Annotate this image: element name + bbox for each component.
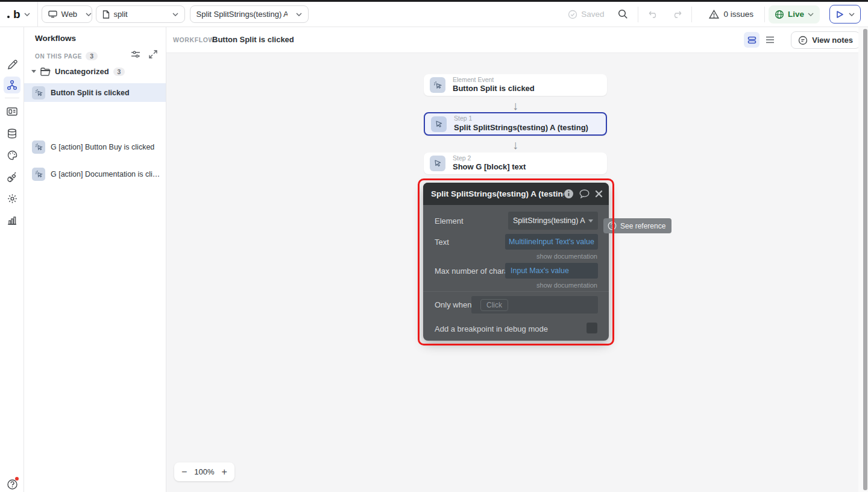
zoom-in-button[interactable]: + <box>222 467 227 477</box>
workflow-tab-button[interactable] <box>4 77 20 93</box>
workflow-label: WORKFLOW: <box>173 36 217 43</box>
show-documentation-link[interactable]: show documentation <box>536 253 597 260</box>
filter-button[interactable] <box>131 50 140 61</box>
chevron-down-icon <box>849 13 855 16</box>
canvas-scrollbar[interactable] <box>863 29 867 490</box>
folder-uncategorized[interactable]: Uncategorized 3 <box>31 67 125 76</box>
workflow-list-item[interactable]: Button Split is clicked <box>24 83 166 102</box>
top-toolbar: b Web split Split SplitStrings(testing) … <box>0 2 868 27</box>
workflow-icon <box>7 80 17 90</box>
divider <box>5 98 19 98</box>
preview-button[interactable] <box>829 5 861 24</box>
plugins-tab-button[interactable] <box>4 168 20 185</box>
redo-button[interactable] <box>667 5 685 24</box>
dialog-title: Split SplitStrings(testing) A (testing) <box>431 189 564 198</box>
workflow-selector[interactable]: Split SplitStrings(testing) A ... <box>190 5 309 23</box>
cards-view-icon <box>747 36 756 44</box>
max-chars-field-label: Max number of chara <box>435 266 509 276</box>
divider <box>423 291 609 292</box>
element-event-icon <box>32 86 45 99</box>
gear-icon <box>7 194 17 204</box>
zoom-out-button[interactable]: − <box>181 467 187 477</box>
plug-icon <box>7 172 17 182</box>
environment-selector[interactable]: Web <box>42 5 92 23</box>
chevron-down-icon <box>588 219 593 222</box>
element-field-label: Element <box>435 216 464 226</box>
page-selector[interactable]: split <box>96 5 185 23</box>
issues-button[interactable]: 0 issues <box>709 10 753 19</box>
folder-name: Uncategorized <box>55 67 109 76</box>
max-chars-expression-input[interactable]: Input Max's value <box>505 263 598 279</box>
settings-tab-button[interactable] <box>4 190 20 207</box>
page-label: split <box>114 10 128 19</box>
close-icon <box>595 190 603 198</box>
saved-status: Saved <box>568 10 604 19</box>
close-button[interactable] <box>595 190 603 198</box>
dialog-titlebar[interactable]: Split SplitStrings(testing) A (testing) <box>423 183 609 205</box>
divider <box>638 7 638 22</box>
action-pointer-icon <box>430 156 445 171</box>
components-icon <box>7 107 17 116</box>
info-button[interactable] <box>564 189 574 199</box>
only-when-placeholder: Click <box>480 299 508 311</box>
issues-count: 0 issues <box>723 10 753 19</box>
logs-tab-button[interactable] <box>4 212 20 229</box>
database-icon <box>7 128 17 139</box>
cards-view-toggle[interactable] <box>744 32 760 48</box>
breakpoint-label: Add a breakpoint in debug mode <box>435 324 548 333</box>
flow-arrow-icon: ↓ <box>511 138 520 152</box>
only-when-input[interactable]: Click <box>471 296 598 314</box>
workflow-list-item[interactable]: G [action] Documentation is click... <box>24 165 166 183</box>
logo-dot <box>7 16 10 18</box>
reusable-components-tab-button[interactable] <box>4 103 20 120</box>
workflows-panel: Workflows ON THIS PAGE 3 Uncategorized 3… <box>24 27 166 492</box>
node-title: Button Split is clicked <box>453 84 535 94</box>
help-button[interactable] <box>4 476 20 492</box>
workflow-list-item[interactable]: G [action] Button Buy is clicked <box>24 137 166 156</box>
folder-icon <box>40 68 51 76</box>
live-version-button[interactable]: Live <box>769 5 820 24</box>
chevron-down-icon <box>296 13 302 16</box>
styles-tab-button[interactable] <box>4 147 20 163</box>
max-chars-expression-value[interactable]: Input Max's value <box>511 266 569 275</box>
design-tab-button[interactable] <box>4 56 20 73</box>
action-pointer-icon <box>431 116 447 132</box>
list-view-toggle[interactable] <box>762 32 778 48</box>
note-comment-icon <box>798 36 808 45</box>
search-button[interactable] <box>614 5 632 24</box>
element-dropdown-value: SplitStrings(testing) A <box>513 216 585 225</box>
divider <box>691 7 692 22</box>
comment-button[interactable] <box>579 189 590 198</box>
redo-icon <box>671 10 682 19</box>
data-tab-button[interactable] <box>4 125 20 142</box>
undo-icon <box>649 10 659 19</box>
workflow-title: Button Split is clicked <box>212 35 294 44</box>
scope-count-badge: 3 <box>86 52 98 60</box>
comment-bubble-icon <box>579 189 590 198</box>
live-label: Live <box>788 10 804 19</box>
show-documentation-link[interactable]: show documentation <box>536 282 597 289</box>
view-notes-button[interactable]: View notes <box>791 31 860 49</box>
scope-row: ON THIS PAGE 3 <box>35 52 98 60</box>
play-icon <box>835 10 844 19</box>
app-logo-menu[interactable]: b <box>0 8 37 21</box>
chevron-down-icon <box>808 13 814 16</box>
text-expression-input[interactable]: MultilineInput Text's value <box>505 234 598 250</box>
expand-button[interactable] <box>149 50 157 61</box>
text-field-label: Text <box>435 238 449 247</box>
undo-button[interactable] <box>644 5 662 24</box>
flow-arrow-icon: ↓ <box>511 99 520 113</box>
workflow-node-step1[interactable]: Step 1Split SplitStrings(testing) A (tes… <box>424 112 607 136</box>
search-icon <box>618 9 628 19</box>
left-icon-rail: O <box>0 27 24 492</box>
panel-title: Workflows <box>35 34 76 43</box>
folder-count-badge: 3 <box>113 68 125 76</box>
node-kind: Step 2 <box>453 154 526 162</box>
element-dropdown[interactable]: SplitStrings(testing) A <box>508 212 598 230</box>
workflow-node-step2[interactable]: Step 2Show G [block] text <box>424 153 607 174</box>
text-expression-value[interactable]: MultilineInput Text's value <box>509 238 594 246</box>
see-reference-tooltip[interactable]: See reference <box>603 218 671 233</box>
node-kind: Element Event <box>453 76 535 84</box>
breakpoint-checkbox[interactable] <box>587 323 597 333</box>
workflow-node-event[interactable]: Element EventButton Split is clicked <box>424 74 607 96</box>
